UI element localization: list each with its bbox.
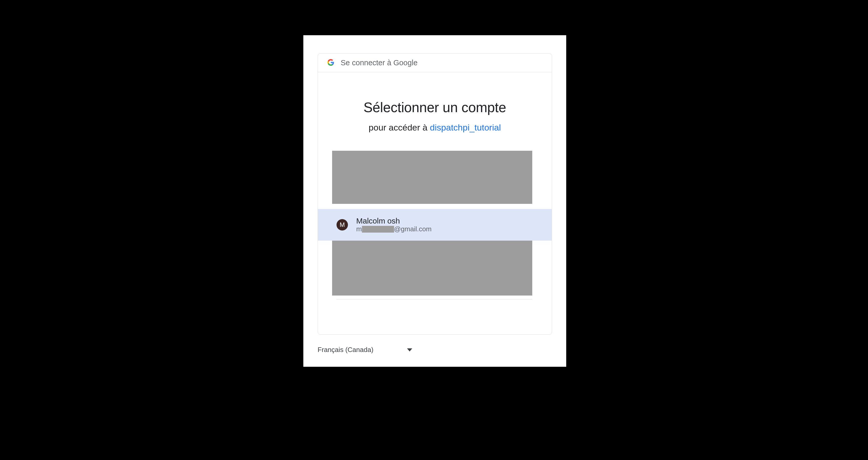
language-label: Français (Canada) (318, 346, 373, 354)
redacted-account[interactable] (332, 151, 532, 204)
app-name-link[interactable]: dispatchpi_tutorial (430, 123, 501, 132)
caret-down-icon (407, 348, 412, 352)
account-info: Malcolm osh m@gmail.com (356, 217, 432, 233)
page-subtitle: pour accéder à dispatchpi_tutorial (318, 123, 552, 133)
email-redaction (362, 226, 394, 233)
avatar: M (337, 219, 348, 231)
card-header-label: Se connecter à Google (341, 59, 418, 67)
divider (337, 299, 532, 299)
subtitle-prefix: pour accéder à (369, 123, 430, 132)
google-g-icon (327, 59, 335, 67)
signin-dialog: Se connecter à Google Sélectionner un co… (303, 35, 566, 367)
account-name: Malcolm osh (356, 217, 432, 226)
account-row[interactable]: M Malcolm osh m@gmail.com (318, 209, 552, 241)
signin-card: Se connecter à Google Sélectionner un co… (318, 53, 552, 335)
page-title: Sélectionner un compte (318, 99, 552, 115)
headings: Sélectionner un compte pour accéder à di… (318, 72, 552, 151)
account-email: m@gmail.com (356, 225, 432, 233)
redacted-account[interactable] (332, 241, 532, 296)
language-selector[interactable]: Français (Canada) (318, 346, 412, 354)
email-suffix: @gmail.com (394, 225, 432, 233)
email-prefix: m (356, 225, 362, 233)
account-list: M Malcolm osh m@gmail.com (318, 151, 552, 299)
avatar-initial: M (340, 221, 345, 228)
card-header: Se connecter à Google (318, 54, 552, 72)
